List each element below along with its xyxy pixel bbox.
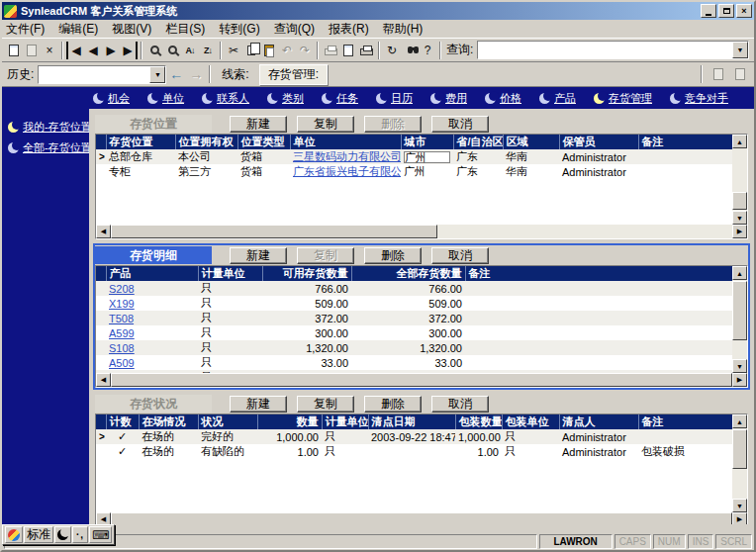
column-header[interactable]: 省/自治区 — [453, 135, 503, 149]
product-link[interactable]: T508 — [106, 311, 198, 325]
sort-ascending-icon[interactable]: A↓ — [181, 42, 199, 59]
scroll-left-icon[interactable]: ◀ — [96, 373, 111, 387]
new-record-icon[interactable] — [5, 42, 23, 59]
product-link[interactable]: X199 — [106, 296, 198, 311]
minimize-button[interactable] — [701, 4, 716, 18]
ime-logo-icon[interactable] — [5, 526, 23, 543]
print-setup-icon[interactable] — [339, 42, 357, 59]
menu-item[interactable]: 文件(F) — [6, 21, 45, 38]
panel-button[interactable]: 新建 — [230, 396, 287, 413]
module-tab[interactable]: 日历 — [370, 88, 419, 108]
module-tab[interactable]: 价格 — [479, 88, 527, 108]
panel-button[interactable]: 复制 — [297, 396, 354, 413]
column-header[interactable]: 单位 — [290, 135, 401, 149]
column-header[interactable]: 备注 — [465, 266, 732, 281]
panel-button[interactable]: 复制 — [297, 247, 354, 264]
module-tab[interactable]: 类别 — [261, 88, 310, 108]
unit-link[interactable]: 广东省振兴电子有限公司 — [290, 164, 401, 179]
column-header[interactable]: 全部存货数量 — [351, 266, 465, 281]
table-row[interactable]: S108 只 1,320.00 1,320.00 — [96, 340, 732, 355]
column-header[interactable]: 包装数量 — [455, 414, 502, 429]
card-view-icon[interactable] — [709, 65, 727, 83]
column-header[interactable]: 产品 — [106, 266, 198, 281]
context-help-icon[interactable]: ? — [419, 42, 436, 59]
column-header[interactable]: 备注 — [638, 135, 732, 149]
scroll-up-icon[interactable]: ▲ — [732, 266, 747, 280]
ime-mode-button[interactable]: 标准 — [24, 526, 53, 543]
last-record-icon[interactable]: ▶ — [120, 42, 138, 59]
sort-descending-icon[interactable]: Z↓ — [199, 42, 217, 59]
detail-view-icon[interactable] — [731, 65, 749, 83]
soft-keyboard-icon[interactable]: ⌨ — [89, 526, 112, 543]
scroll-up-icon[interactable]: ▲ — [732, 414, 747, 428]
refresh-icon[interactable]: ↻ — [383, 42, 401, 59]
column-header[interactable] — [96, 414, 106, 429]
forward-icon[interactable]: → — [189, 66, 203, 82]
sidebar-item[interactable]: 我的-存货位置 — [2, 117, 89, 138]
product-link[interactable]: S208 — [106, 281, 198, 296]
module-tab[interactable]: 费用 — [425, 88, 473, 108]
column-header[interactable]: 位置拥有权 — [175, 135, 237, 149]
scroll-right-icon[interactable]: ▶ — [732, 512, 747, 524]
module-tab[interactable]: 产品 — [533, 88, 582, 108]
panel-button[interactable]: 删除 — [364, 247, 422, 264]
table-row[interactable]: X199 只 509.00 509.00 — [96, 296, 732, 311]
scroll-up-icon[interactable]: ▲ — [732, 135, 747, 148]
table-row[interactable]: > 总部仓库 本公司 货箱 三星数码动力有限公司 广州 广东 华南 — [96, 149, 732, 164]
print-preview-icon[interactable] — [357, 42, 375, 59]
product-link[interactable]: A509 — [106, 355, 198, 370]
module-tab[interactable]: 机会 — [87, 88, 136, 108]
column-header[interactable]: 位置类型 — [237, 135, 290, 149]
query-input[interactable] — [478, 42, 732, 58]
cut-icon[interactable]: ✂ — [225, 42, 242, 59]
horizontal-scrollbar[interactable]: ◀ ▶ — [96, 373, 747, 387]
menu-item[interactable]: 查询(Q) — [274, 21, 315, 38]
menu-item[interactable]: 帮助(H) — [383, 21, 424, 38]
column-header[interactable]: 包装单位 — [502, 414, 559, 429]
scroll-right-icon[interactable]: ▶ — [732, 225, 747, 238]
panel-button[interactable]: 取消 — [431, 116, 489, 133]
column-header[interactable]: 计量单位 — [322, 414, 368, 429]
module-tab[interactable]: 存货管理 — [588, 88, 658, 108]
column-header[interactable]: 状况 — [198, 414, 257, 429]
scroll-left-icon[interactable]: ◀ — [96, 512, 111, 524]
module-tab[interactable]: 联系人 — [196, 88, 255, 108]
column-header[interactable]: 保管员 — [559, 135, 638, 149]
redo-icon[interactable]: ↷ — [296, 42, 314, 59]
table-row[interactable]: 专柜 第三方 货箱 广东省振兴电子有限公司 广州 广东 华南 Administr… — [96, 164, 732, 179]
column-header[interactable]: 清点人 — [559, 414, 638, 429]
query-dropdown-icon[interactable]: ▼ — [732, 42, 748, 58]
module-tab[interactable]: 竞争对手 — [664, 88, 734, 108]
column-header[interactable]: 备注 — [638, 414, 732, 429]
menu-item[interactable]: 编辑(E) — [58, 21, 98, 38]
column-header[interactable] — [96, 266, 106, 281]
punctuation-icon[interactable]: ·, — [72, 526, 88, 543]
column-header[interactable] — [96, 135, 106, 149]
fullwidth-moon-icon[interactable] — [54, 526, 71, 543]
search-binoculars-icon[interactable] — [401, 42, 419, 59]
scroll-down-icon[interactable]: ▼ — [732, 499, 747, 512]
column-header[interactable]: 计量单位 — [198, 266, 262, 281]
first-record-icon[interactable]: ◀ — [66, 42, 84, 59]
next-record-icon[interactable]: ▶ — [102, 42, 120, 59]
table-row[interactable]: A599 只 300.00 300.00 — [96, 325, 732, 340]
panel-button[interactable]: 新建 — [230, 247, 287, 264]
product-link[interactable]: S108 — [106, 340, 198, 355]
copy-icon[interactable] — [242, 42, 260, 59]
scroll-down-icon[interactable]: ▼ — [732, 359, 747, 373]
panel-button[interactable]: 取消 — [431, 396, 489, 413]
column-header[interactable]: 清点日期 — [368, 414, 455, 429]
history-input[interactable] — [39, 66, 149, 83]
restore-button[interactable] — [718, 4, 734, 18]
menu-item[interactable]: 栏目(S) — [165, 21, 205, 38]
find-icon[interactable] — [145, 42, 163, 59]
vertical-scrollbar[interactable]: ▲ ▼ — [732, 266, 747, 373]
module-tab[interactable]: 任务 — [316, 88, 364, 108]
table-row[interactable]: ✓ 在场的 有缺陷的 1.00 只 1.00 只 — [96, 444, 732, 459]
print-icon[interactable] — [322, 42, 339, 59]
column-header[interactable]: 在场情况 — [139, 414, 198, 429]
history-dropdown-icon[interactable]: ▼ — [149, 66, 165, 83]
menu-item[interactable]: 报表(R) — [329, 21, 369, 38]
unit-link[interactable]: 三星数码动力有限公司 — [290, 149, 401, 164]
column-header[interactable]: 区域 — [503, 135, 559, 149]
